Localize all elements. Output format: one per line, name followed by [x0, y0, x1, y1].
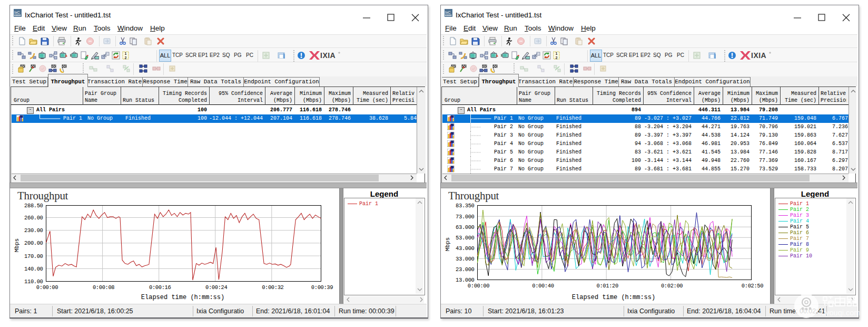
svg-text:1: 1: [125, 52, 127, 55]
svg-text:0:02:50: 0:02:50: [742, 283, 763, 289]
svg-text:Mbps: Mbps: [445, 237, 451, 251]
svg-text:33.000: 33.000: [456, 256, 475, 262]
svg-text:53.000: 53.000: [456, 235, 475, 241]
svg-text:83.350: 83.350: [456, 203, 475, 209]
svg-text:IXIA: IXIA: [751, 51, 766, 60]
svg-text:140.00: 140.00: [24, 266, 43, 272]
svg-text:0:02:00: 0:02:00: [661, 283, 683, 289]
svg-text:230.00: 230.00: [24, 227, 43, 234]
svg-text:1: 1: [556, 52, 558, 55]
svg-text:Elapsed time (h:mm:ss): Elapsed time (h:mm:ss): [572, 294, 655, 301]
svg-text:2: 2: [556, 56, 558, 60]
svg-text:73.000: 73.000: [456, 214, 475, 220]
svg-text:200.00: 200.00: [24, 240, 43, 246]
svg-text:0:00:00: 0:00:00: [468, 283, 489, 289]
svg-text:IxC: IxC: [445, 11, 451, 14]
svg-text:IxC: IxC: [14, 11, 20, 14]
svg-text:0:01:20: 0:01:20: [597, 283, 618, 289]
svg-text:IXIA: IXIA: [320, 51, 336, 60]
svg-text:170.00: 170.00: [24, 253, 43, 259]
svg-text:23.000: 23.000: [456, 266, 475, 273]
svg-text:0:00:24: 0:00:24: [205, 284, 227, 291]
svg-text:0:00:16: 0:00:16: [149, 284, 171, 291]
svg-text:0:00:39: 0:00:39: [311, 284, 333, 291]
svg-text:260.00: 260.00: [24, 215, 43, 221]
svg-text:Mbps: Mbps: [14, 238, 20, 252]
svg-text:0:00:40: 0:00:40: [532, 283, 554, 289]
svg-text:luyouqi.com: luyouqi.com: [820, 309, 860, 317]
svg-text:0:00:00: 0:00:00: [36, 284, 58, 291]
svg-text:0:00:32: 0:00:32: [262, 284, 283, 291]
svg-text:43.000: 43.000: [456, 245, 475, 252]
svg-text:2: 2: [125, 56, 127, 60]
svg-text:288.50: 288.50: [24, 203, 43, 209]
svg-text:Elapsed time (h:mm:ss): Elapsed time (h:mm:ss): [141, 294, 224, 301]
svg-text:63.000: 63.000: [456, 224, 475, 230]
svg-text:0:00:08: 0:00:08: [93, 284, 114, 291]
